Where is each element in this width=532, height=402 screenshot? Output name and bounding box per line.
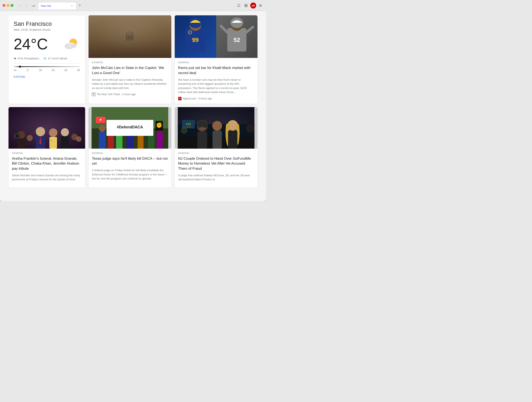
timeline-labels: 14 17 20 23 02 05	[14, 69, 80, 72]
svg-rect-1	[246, 4, 247, 5]
svg-rect-15	[119, 39, 141, 51]
forward-button[interactable]	[24, 3, 30, 8]
news-excerpt-rams: We have a number and may be that much cl…	[178, 78, 254, 94]
news-category-daca: GENERAL	[92, 152, 168, 154]
svg-rect-89	[197, 132, 207, 149]
news-card-mccain[interactable]: GENERAL John McCain Lies in State in the…	[89, 15, 171, 104]
svg-text:99: 99	[192, 37, 199, 43]
extensions-button[interactable]	[243, 3, 249, 8]
time-label-4: 02	[64, 69, 67, 72]
tab-title: New tab	[41, 4, 69, 7]
news-body-gofundme: GENERAL NJ Couple Ordered to Hand Over G…	[175, 149, 258, 188]
weather-icon	[63, 36, 80, 53]
news-card-rams[interactable]: 99 C	[175, 15, 258, 104]
svg-text:3.10: 3.10	[186, 125, 191, 128]
svg-point-53	[50, 142, 51, 143]
wind-icon: 💨	[43, 57, 47, 60]
back-button[interactable]	[17, 3, 23, 8]
news-card-aretha[interactable]: GENERAL Aretha Franklin's funeral: Arian…	[8, 107, 85, 188]
svg-rect-16	[119, 39, 141, 40]
timeline-dot	[19, 66, 21, 68]
svg-rect-91	[213, 131, 222, 149]
svg-text:#DefendDACA: #DefendDACA	[117, 125, 143, 129]
source-text-mccain: The New York Times · 2 hours ago	[97, 93, 136, 96]
news-source-mccain: T The New York Times · 2 hours ago	[92, 93, 168, 96]
svg-point-44	[49, 128, 57, 137]
tab-bar: New tab × +	[38, 2, 234, 9]
svg-rect-11	[92, 15, 168, 58]
svg-point-40	[16, 135, 18, 137]
expand-button[interactable]: EXPAND	[14, 75, 80, 78]
news-excerpt-mccain: Senator John McCain lay in state in the …	[92, 78, 168, 90]
news-excerpt-aretha: Stevie Wonder and Ariana Grande are amon…	[12, 173, 82, 182]
traffic-lights	[3, 4, 13, 7]
svg-point-22	[106, 52, 111, 55]
svg-rect-38	[18, 139, 25, 149]
time-label-0: 14	[14, 69, 16, 72]
precipitation-icon: 🌧	[14, 57, 16, 60]
bookmark-button[interactable]	[236, 3, 242, 8]
weather-city: San Francisco	[14, 20, 80, 27]
news-category-aretha: GENERAL	[12, 152, 82, 154]
ublock-button[interactable]: μB	[250, 3, 256, 8]
close-window-button[interactable]	[3, 4, 5, 7]
fullscreen-window-button[interactable]	[11, 4, 13, 7]
news-card-daca[interactable]: #DefendDACA ✊ ♥ GENERAL Texas judge says…	[89, 107, 171, 188]
svg-rect-93	[228, 131, 237, 149]
news-body-aretha: GENERAL Aretha Franklin's funeral: Arian…	[8, 149, 85, 188]
source-text-rams: Nypost.com · 5 hours ago	[183, 97, 212, 100]
weather-main: 24°C	[14, 36, 80, 53]
news-title-aretha: Aretha Franklin's funeral: Ariana Grande…	[12, 156, 82, 171]
svg-point-52	[52, 141, 53, 142]
svg-rect-64	[99, 132, 106, 149]
wind-value: 8.7 km/h Winds	[48, 57, 67, 60]
news-category-rams: GENERAL	[178, 61, 254, 64]
news-grid: San Francisco Wed, 14:58, Scattered Clou…	[8, 15, 258, 188]
svg-rect-17	[119, 40, 141, 42]
news-image-rams: 99 C	[175, 15, 258, 58]
svg-rect-21	[119, 39, 127, 45]
news-category-mccain: GENERAL	[92, 61, 168, 64]
svg-point-46	[61, 128, 69, 136]
svg-point-12	[104, 18, 156, 47]
active-tab[interactable]: New tab ×	[38, 2, 76, 9]
minimize-window-button[interactable]	[6, 4, 9, 7]
weather-timeline: 14 17 20 23 02 05	[14, 64, 80, 72]
news-title-daca: Texas judge says he'll likely kill DACA …	[92, 156, 168, 166]
news-image-aretha	[8, 107, 85, 149]
refresh-button[interactable]	[31, 3, 36, 8]
news-image-daca: #DefendDACA ✊ ♥	[89, 107, 171, 149]
svg-rect-2	[245, 6, 246, 7]
menu-button[interactable]	[258, 3, 263, 8]
svg-rect-45	[49, 137, 57, 149]
svg-point-10	[71, 44, 77, 48]
news-image-gofundme: 2:71 3.10	[175, 107, 258, 149]
svg-point-13	[113, 22, 147, 43]
news-title-gofundme: NJ Couple Ordered to Hand Over GoFundMe …	[178, 156, 254, 171]
weather-description: Wed, 14:58, Scattered Clouds	[14, 28, 80, 31]
svg-point-23	[151, 51, 156, 54]
svg-rect-47	[61, 136, 69, 149]
svg-line-34	[221, 26, 227, 32]
nypost-icon: NY	[178, 97, 182, 100]
svg-text:C: C	[190, 32, 191, 33]
news-title-mccain: John McCain Lies in State in the Capitol…	[92, 65, 168, 76]
news-image-mccain	[89, 15, 171, 58]
tab-close-button[interactable]: ×	[70, 4, 74, 7]
precipitation-value: 47% Precipitation	[18, 57, 39, 60]
time-label-5: 05	[77, 69, 80, 72]
precipitation-stat: 🌧 47% Precipitation	[14, 57, 39, 60]
svg-line-35	[247, 27, 253, 32]
new-tab-button[interactable]: +	[77, 3, 83, 8]
svg-text:52: 52	[234, 37, 240, 43]
news-card-gofundme[interactable]: 2:71 3.10	[175, 107, 258, 188]
news-excerpt-gofundme: A judge has ordered Katelyn McClure, 28,…	[178, 173, 254, 182]
svg-rect-18	[119, 42, 141, 44]
svg-text:✊: ✊	[156, 122, 162, 128]
svg-rect-19	[119, 44, 141, 45]
news-body-daca: GENERAL Texas judge says he'll likely ki…	[89, 149, 171, 188]
titlebar: New tab × + μB	[0, 0, 266, 11]
timeline-bar	[14, 66, 80, 67]
browser-window: New tab × + μB	[0, 0, 266, 201]
ublock-label: μB	[252, 4, 255, 7]
